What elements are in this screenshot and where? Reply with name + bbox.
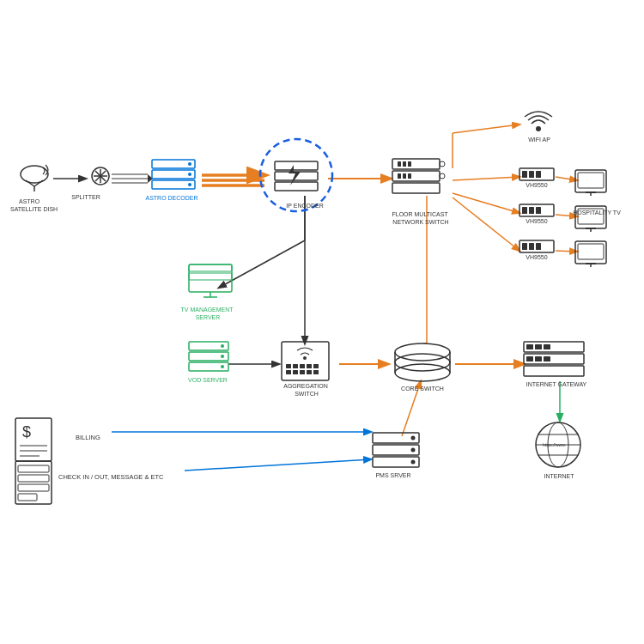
svg-rect-103 bbox=[293, 370, 298, 374]
svg-rect-56 bbox=[408, 173, 411, 179]
network-diagram: https://www. $ ASTRO SATELLITE DISH SPLI… bbox=[0, 0, 644, 644]
svg-rect-45 bbox=[275, 161, 318, 170]
checkin-icon bbox=[15, 461, 52, 504]
astro-decoder-icon bbox=[152, 160, 195, 189]
svg-rect-120 bbox=[526, 356, 533, 361]
svg-point-96 bbox=[303, 356, 307, 360]
svg-point-92 bbox=[221, 344, 224, 348]
svg-rect-102 bbox=[286, 370, 291, 374]
internet-gateway-icon bbox=[524, 342, 584, 376]
aggregation-switch-icon bbox=[282, 342, 329, 380]
vh9550-3-label: VH9550 bbox=[526, 254, 547, 260]
svg-rect-105 bbox=[307, 370, 312, 374]
svg-rect-53 bbox=[408, 161, 411, 167]
tv-mgmt-server-icon bbox=[189, 264, 232, 297]
svg-rect-62 bbox=[529, 171, 534, 178]
svg-rect-65 bbox=[522, 207, 527, 214]
aggregation-switch-label: AGGREGATION SWITCH bbox=[283, 383, 330, 397]
svg-rect-47 bbox=[275, 182, 318, 191]
svg-point-41 bbox=[188, 162, 191, 166]
svg-point-43 bbox=[188, 183, 191, 186]
tv-mgmt-label: TV MANAGEMENT SERVER bbox=[181, 307, 235, 320]
svg-rect-72 bbox=[575, 170, 606, 192]
astro-decoder-label: ASTRO DECODER bbox=[145, 195, 197, 201]
svg-rect-63 bbox=[536, 171, 541, 178]
billing-icon: $ bbox=[15, 418, 52, 461]
svg-line-11 bbox=[453, 177, 519, 180]
svg-line-14 bbox=[556, 177, 577, 180]
internet-gateway-label: INTERNET GATEWAY bbox=[526, 381, 587, 387]
svg-line-16 bbox=[556, 251, 577, 252]
svg-rect-101 bbox=[313, 364, 319, 368]
svg-rect-52 bbox=[403, 161, 406, 167]
vh9550-2-label: VH9550 bbox=[526, 218, 547, 224]
pms-server-icon bbox=[373, 433, 419, 467]
ip-encoder-icon bbox=[260, 139, 332, 211]
svg-point-94 bbox=[221, 365, 224, 368]
svg-rect-106 bbox=[313, 370, 319, 374]
svg-rect-116 bbox=[524, 366, 584, 376]
svg-rect-51 bbox=[398, 161, 401, 167]
hospitality-tv-label: HOSPITALITY TV bbox=[573, 210, 621, 216]
svg-text:$: $ bbox=[22, 423, 31, 440]
svg-rect-70 bbox=[529, 243, 534, 250]
svg-line-13 bbox=[453, 197, 519, 251]
svg-rect-135 bbox=[18, 465, 49, 472]
svg-rect-84 bbox=[189, 264, 232, 292]
svg-rect-119 bbox=[544, 344, 550, 349]
wifi-ap-label: WIFI AP bbox=[528, 137, 550, 143]
svg-text:https://www.: https://www. bbox=[543, 442, 566, 447]
vh9550-3-icon bbox=[519, 240, 554, 252]
svg-rect-118 bbox=[535, 344, 542, 349]
svg-rect-134 bbox=[15, 461, 52, 504]
svg-rect-122 bbox=[544, 356, 550, 361]
svg-rect-54 bbox=[398, 173, 401, 179]
satellite-label: ASTRO SATELLITE DISH bbox=[10, 198, 58, 212]
core-switch-icon bbox=[395, 343, 450, 381]
floor-switch-label: FLOOR MULTICAST NETWORK SWITCH bbox=[392, 211, 449, 225]
svg-point-57 bbox=[440, 161, 445, 167]
svg-point-42 bbox=[188, 173, 191, 176]
svg-rect-98 bbox=[293, 364, 298, 368]
svg-rect-121 bbox=[535, 356, 542, 361]
vh9550-2-icon bbox=[519, 204, 554, 216]
svg-rect-104 bbox=[300, 370, 305, 374]
svg-rect-61 bbox=[522, 171, 527, 178]
wifi-ap-icon bbox=[525, 112, 552, 131]
svg-rect-137 bbox=[18, 484, 49, 491]
vh9550-1-icon bbox=[519, 168, 554, 180]
svg-point-58 bbox=[440, 173, 445, 179]
svg-rect-100 bbox=[307, 364, 312, 368]
core-switch-label: CORE SWITCH bbox=[401, 386, 444, 392]
splitter-label: SPLITTER bbox=[71, 194, 100, 200]
internet-icon: https://www. bbox=[536, 422, 580, 467]
hospitality-tv-3-icon bbox=[575, 241, 606, 267]
checkin-label: CHECK IN / OUT, MESSAGE & ETC bbox=[58, 473, 164, 481]
svg-line-27 bbox=[185, 459, 371, 471]
svg-rect-97 bbox=[286, 364, 291, 368]
svg-point-110 bbox=[395, 364, 450, 381]
vod-server-label: VOD SERVER bbox=[188, 377, 228, 383]
svg-point-144 bbox=[411, 460, 416, 465]
vh9550-1-label: VH9550 bbox=[526, 182, 547, 188]
svg-rect-138 bbox=[18, 494, 37, 501]
splitter-icon bbox=[92, 167, 109, 185]
svg-rect-73 bbox=[578, 173, 604, 188]
internet-label: INTERNET bbox=[544, 473, 575, 479]
svg-point-59 bbox=[536, 126, 541, 131]
svg-point-111 bbox=[395, 354, 450, 371]
svg-rect-71 bbox=[536, 243, 541, 250]
satellite-dish-icon bbox=[21, 165, 48, 191]
svg-rect-81 bbox=[578, 244, 604, 259]
svg-rect-85 bbox=[189, 264, 232, 271]
svg-rect-80 bbox=[575, 241, 606, 264]
svg-rect-55 bbox=[403, 173, 406, 179]
hospitality-tv-1-icon bbox=[575, 170, 606, 196]
svg-point-107 bbox=[395, 343, 450, 361]
svg-point-142 bbox=[411, 436, 416, 440]
svg-line-10 bbox=[453, 125, 519, 133]
svg-rect-67 bbox=[536, 207, 541, 214]
svg-rect-129 bbox=[15, 418, 52, 461]
svg-rect-136 bbox=[18, 475, 49, 482]
svg-line-12 bbox=[453, 193, 519, 213]
